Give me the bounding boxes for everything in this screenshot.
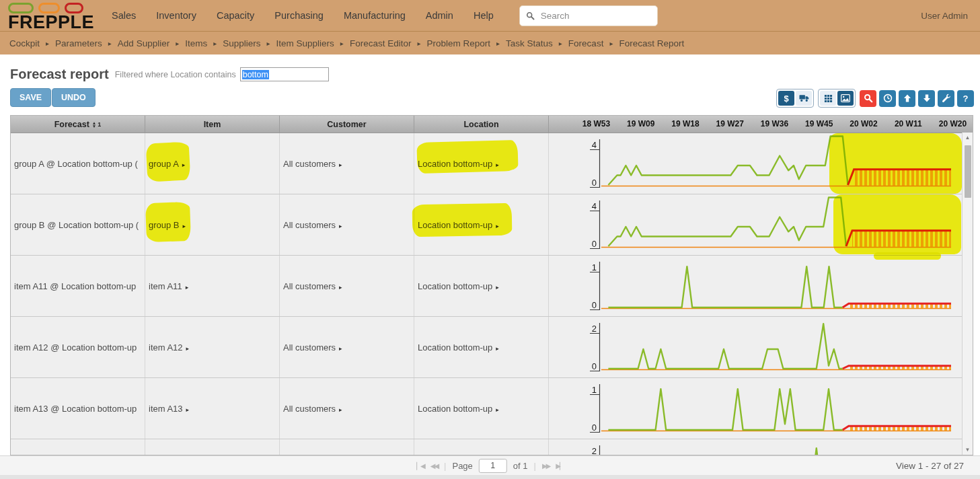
customer-link[interactable]: All customers▸	[283, 281, 342, 291]
forecast-sparkline: 20	[549, 317, 963, 377]
breadcrumb-item[interactable]: Problem Report	[426, 38, 490, 48]
nav-item-purchasing[interactable]: Purchasing	[274, 10, 324, 21]
truck-button[interactable]	[796, 91, 812, 106]
nav-item-capacity[interactable]: Capacity	[217, 10, 254, 21]
next-page-icon[interactable]: ▶▶	[542, 462, 550, 470]
week-bucket-label: 20 W20	[930, 116, 973, 133]
location-link[interactable]: Location bottom-up▸	[418, 342, 499, 353]
svg-text:0: 0	[592, 300, 597, 310]
search-filter-button[interactable]	[860, 90, 876, 107]
currency-button[interactable]: $	[778, 91, 794, 106]
cell-location: Location bottom-up▸	[414, 256, 549, 316]
chart-view-button[interactable]	[837, 91, 854, 106]
cell-forecast: group B @ Location bottom-up (	[11, 194, 145, 255]
item-link[interactable]: item A11▸	[149, 281, 188, 291]
scrollbar-up-icon[interactable]: ▲	[965, 133, 971, 143]
week-bucket-label: 20 W11	[886, 116, 930, 133]
context-menu-caret-icon: ▸	[496, 345, 499, 352]
pagination-bar: ▏◀ ◀◀ | Page of 1 | ▶▶ ▶▏ View 1 - 27 of…	[0, 455, 980, 475]
breadcrumb-separator-icon: ▸	[417, 40, 420, 47]
time-buckets-button[interactable]	[879, 90, 896, 107]
item-link[interactable]: item A12▸	[149, 342, 189, 353]
context-menu-caret-icon: ▸	[339, 284, 342, 291]
breadcrumb-separator-icon: ▸	[176, 40, 179, 47]
svg-text:0: 0	[592, 239, 597, 249]
highlight-annotation	[829, 133, 962, 194]
previous-page-icon[interactable]: ◀◀	[430, 462, 438, 470]
report-toolbar: $ ?	[776, 89, 974, 108]
column-header-item[interactable]: Item	[145, 116, 280, 133]
nav-item-admin[interactable]: Admin	[426, 10, 453, 21]
highlight-annotation	[874, 252, 941, 260]
item-link[interactable]: item A13▸	[149, 404, 189, 414]
highlight-annotation	[412, 203, 513, 237]
column-header-customer[interactable]: Customer	[280, 116, 414, 133]
search-icon	[526, 11, 535, 20]
breadcrumb-item[interactable]: Parameters	[55, 38, 102, 48]
filter-input[interactable]: bottom	[240, 67, 329, 81]
column-header-forecast-label: Forecast	[54, 120, 89, 129]
frepple-logo[interactable]: FREPPLE	[8, 0, 97, 32]
breadcrumb-item[interactable]: Forecast	[568, 38, 604, 48]
table-row: item A12 @ Location bottom-upitem A12▸Al…	[11, 317, 973, 378]
customer-link[interactable]: All customers▸	[283, 404, 342, 414]
forecast-sparkline: 10	[549, 256, 963, 316]
context-menu-caret-icon: ▸	[186, 406, 190, 413]
view-range-label: View 1 - 27 of 27	[896, 456, 964, 475]
scrollbar-thumb[interactable]	[965, 145, 971, 198]
svg-text:1: 1	[592, 262, 597, 272]
highlight-annotation	[833, 194, 961, 254]
cell-forecast	[11, 439, 145, 455]
search-box[interactable]	[519, 5, 658, 26]
main-nav: SalesInventoryCapacityPurchasingManufact…	[112, 10, 494, 21]
user-menu[interactable]: User Admin	[921, 11, 968, 21]
undo-button[interactable]: UNDO	[52, 88, 96, 107]
location-link[interactable]: Location bottom-up▸	[418, 281, 499, 291]
cell-item: item A13▸	[145, 378, 280, 439]
breadcrumb-item[interactable]: Suppliers	[223, 38, 260, 48]
breadcrumb-item[interactable]: Item Suppliers	[276, 38, 334, 48]
column-header-location[interactable]: Location	[414, 116, 549, 133]
breadcrumb-item[interactable]: Task Status	[506, 38, 553, 48]
frepple-logo-text: FREPPLE	[8, 13, 97, 32]
customer-link[interactable]: All customers▸	[283, 159, 342, 169]
page-number-input[interactable]	[479, 459, 507, 473]
search-input[interactable]	[539, 10, 636, 22]
first-page-icon[interactable]: ▏◀	[416, 462, 424, 470]
cell-forecast: item A13 @ Location bottom-up	[11, 378, 145, 439]
nav-item-inventory[interactable]: Inventory	[156, 10, 196, 21]
breadcrumb-item[interactable]: Add Supplier	[118, 38, 169, 48]
svg-text:0: 0	[592, 361, 597, 371]
nav-item-sales[interactable]: Sales	[112, 10, 136, 21]
breadcrumb-item[interactable]: Items	[185, 38, 207, 48]
nav-item-manufacturing[interactable]: Manufacturing	[344, 10, 406, 21]
forecast-sparkline: 20	[549, 439, 963, 455]
nav-item-help[interactable]: Help	[474, 10, 494, 21]
highlight-annotation	[416, 140, 518, 174]
breadcrumb-item[interactable]: Forecast Editor	[350, 38, 412, 48]
column-header-forecast[interactable]: Forecast ▲▼ 1	[11, 116, 145, 133]
breadcrumb-item[interactable]: Forecast Report	[619, 38, 684, 48]
vertical-scrollbar[interactable]: ▲ ▼	[962, 133, 973, 455]
import-button[interactable]	[899, 90, 915, 107]
save-button[interactable]: SAVE	[10, 88, 51, 107]
customer-link[interactable]: All customers▸	[283, 220, 342, 230]
grid-icon	[824, 94, 833, 103]
customer-link[interactable]: All customers▸	[283, 342, 342, 353]
breadcrumb-separator-icon: ▸	[108, 40, 112, 47]
filter-input-selected-text: bottom	[242, 70, 269, 79]
week-labels: 18 W5319 W0919 W1819 W2719 W3619 W4520 W…	[549, 116, 973, 133]
highlight-annotation	[145, 202, 191, 242]
cell-customer: All customers▸	[280, 256, 414, 316]
svg-text:2: 2	[592, 324, 597, 334]
help-button[interactable]: ?	[957, 90, 974, 107]
location-link[interactable]: Location bottom-up▸	[418, 404, 499, 414]
last-page-icon[interactable]: ▶▏	[556, 462, 563, 470]
grid-view-button[interactable]	[820, 91, 836, 106]
breadcrumb-item[interactable]: Cockpit	[9, 38, 40, 48]
breadcrumb-separator-icon: ▸	[559, 40, 562, 47]
scrollbar-down-icon[interactable]: ▼	[965, 445, 971, 455]
settings-button[interactable]	[938, 90, 954, 107]
export-button[interactable]	[918, 90, 935, 107]
truck-icon	[799, 94, 809, 102]
